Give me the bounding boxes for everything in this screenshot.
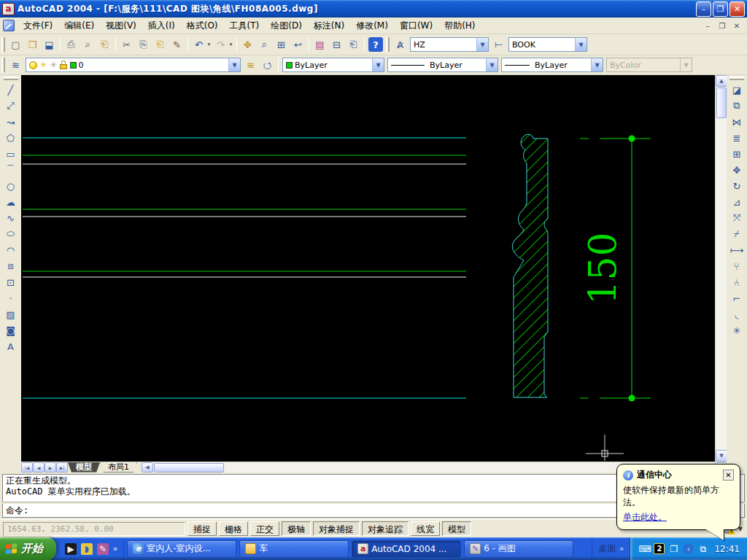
chevron-down-icon[interactable]: ▼ xyxy=(575,38,587,51)
status-toggle-对象捕捉[interactable]: 对象捕捉 xyxy=(313,521,360,536)
toolbar-grip[interactable] xyxy=(1,37,5,52)
revision-cloud-icon[interactable]: ☁ xyxy=(3,194,19,210)
region-icon[interactable]: ◙ xyxy=(3,322,19,338)
tab-模型[interactable]: 模型 xyxy=(68,462,100,472)
copy-clip-icon[interactable]: ⎘ xyxy=(135,36,152,53)
media-player-icon[interactable]: ▶ xyxy=(65,543,77,555)
language-bar-icon[interactable]: ‹ xyxy=(683,543,694,554)
toolbar-grip[interactable] xyxy=(386,37,390,52)
toolbar-grip[interactable] xyxy=(1,58,5,72)
status-toggle-模型[interactable]: 模型 xyxy=(442,521,471,536)
copy-object-icon[interactable]: ⧉ xyxy=(729,98,745,114)
network-icon[interactable]: ⧉ xyxy=(697,543,708,554)
rotate-icon[interactable]: ↻ xyxy=(729,178,745,194)
make-block-icon[interactable]: ⊡ xyxy=(3,274,19,290)
match-properties-icon[interactable]: ✎ xyxy=(169,36,185,53)
paste-icon[interactable]: ⎗ xyxy=(152,36,169,53)
desktop-toolbar[interactable]: 桌面 » xyxy=(592,540,630,559)
break-icon[interactable]: ⑃ xyxy=(729,274,745,290)
dim-style-icon[interactable]: ⟝ xyxy=(490,36,507,53)
layer-previous-icon[interactable]: ⭯ xyxy=(259,57,276,74)
trim-icon[interactable]: ⌿ xyxy=(729,226,745,242)
designcenter-icon[interactable]: ⊟ xyxy=(328,36,345,53)
menu-格式[interactable]: 格式(O) xyxy=(181,18,224,34)
taskbar-button-folder[interactable]: 车 xyxy=(239,540,349,558)
explode-icon[interactable]: ✳ xyxy=(729,322,745,338)
mtext-icon[interactable]: A xyxy=(3,338,19,354)
plot-preview-icon[interactable]: ⌕ xyxy=(80,36,96,53)
close-button[interactable]: ✕ xyxy=(729,1,745,17)
chevron-down-icon[interactable]: ▼ xyxy=(228,58,240,71)
mdi-restore-icon[interactable]: ❐ xyxy=(716,20,728,31)
toolbar-grip[interactable] xyxy=(4,77,18,80)
status-toggle-线宽[interactable]: 线宽 xyxy=(411,521,440,536)
plot-icon[interactable]: ⎙ xyxy=(63,36,80,53)
layer-manager-icon[interactable]: ≋ xyxy=(7,57,24,74)
chevron-icon[interactable]: » xyxy=(619,545,624,553)
insert-block-icon[interactable]: ⧈ xyxy=(3,258,19,274)
polyline-icon[interactable]: ↝ xyxy=(3,114,19,130)
erase-icon[interactable]: ◪ xyxy=(729,82,745,98)
chevron-down-icon[interactable]: ▼ xyxy=(372,58,384,71)
menu-工具[interactable]: 工具(T) xyxy=(224,18,266,34)
spline-icon[interactable]: ∿ xyxy=(3,210,19,226)
linetype-combo[interactable]: ByLayer ▼ xyxy=(387,58,498,72)
scroll-up-icon[interactable]: ▲ xyxy=(716,75,727,87)
tab-布局1[interactable]: 布局1 xyxy=(100,462,137,472)
offset-icon[interactable]: ≣ xyxy=(729,130,745,146)
menu-插入[interactable]: 插入(I) xyxy=(142,18,181,34)
taskbar-button-paint[interactable]: ✎6 - 画图 xyxy=(464,540,573,558)
menu-窗口[interactable]: 窗口(W) xyxy=(394,18,438,34)
text-style-icon[interactable]: A̷ xyxy=(392,36,409,53)
chevron-icon[interactable]: » xyxy=(113,545,117,553)
vertical-scrollbar[interactable]: ▲ ▼ xyxy=(715,75,727,462)
pan-realtime-icon[interactable]: ✥ xyxy=(239,36,256,53)
coordinate-readout[interactable]: 1654.63, 2362.58, 0.00 xyxy=(3,522,185,536)
lineweight-combo[interactable]: ByLayer ▼ xyxy=(501,58,603,72)
zoom-window-icon[interactable]: ⊞ xyxy=(273,36,290,53)
hatch-icon[interactable]: ▨ xyxy=(3,306,19,322)
fillet-icon[interactable]: ◟ xyxy=(729,306,745,322)
dim-style-combo[interactable]: BOOK ▼ xyxy=(508,37,587,52)
construction-line-icon[interactable]: ⤢ xyxy=(3,98,19,114)
menu-视图[interactable]: 视图(V) xyxy=(100,18,142,34)
scroll-down-icon[interactable]: ▼ xyxy=(716,450,727,462)
arc-icon[interactable]: ⌒ xyxy=(3,162,19,178)
layer-on-icon[interactable] xyxy=(29,61,37,69)
new-icon[interactable]: ▢ xyxy=(7,36,24,53)
show-desktop-icon[interactable]: ◗ xyxy=(81,543,93,555)
restore-button[interactable]: ❐ xyxy=(713,1,728,17)
layer-thaw-icon[interactable]: ☀ xyxy=(39,61,47,69)
scroll-left-icon[interactable]: ◀ xyxy=(142,462,153,472)
input-method-icon[interactable]: 2 xyxy=(654,543,665,554)
clock[interactable]: 12:41 xyxy=(714,544,740,554)
stretch-icon[interactable]: ⤧ xyxy=(729,210,745,226)
status-toggle-极轴[interactable]: 极轴 xyxy=(282,521,311,536)
zoom-previous-icon[interactable]: ↩ xyxy=(290,36,306,53)
open-icon[interactable]: ❒ xyxy=(24,36,41,53)
chevron-down-icon[interactable]: ▼ xyxy=(476,38,488,51)
point-icon[interactable]: · xyxy=(3,290,19,306)
chevron-down-icon[interactable]: ▼ xyxy=(486,58,498,71)
start-button[interactable]: 开始 xyxy=(0,537,56,560)
layer-states-icon[interactable]: ≋ xyxy=(242,57,259,74)
properties-palette-icon[interactable]: ▤ xyxy=(311,36,328,53)
balloon-link[interactable]: 单击此处。 xyxy=(623,511,667,524)
balloon-close-icon[interactable]: ✕ xyxy=(723,470,734,481)
layer-combo[interactable]: ☀ ☀ 0 ▼ xyxy=(26,58,241,72)
taskbar-button-ie[interactable]: e室内人-室内设... xyxy=(127,540,236,558)
mdi-close-icon[interactable]: ✕ xyxy=(731,20,743,31)
menu-标注[interactable]: 标注(N) xyxy=(308,18,350,34)
tab-first-icon[interactable]: |◀ xyxy=(21,462,33,472)
save-icon[interactable]: ⬓ xyxy=(41,36,58,53)
cut-icon[interactable]: ✂ xyxy=(118,36,135,53)
mdi-minimize-icon[interactable]: – xyxy=(702,20,713,31)
taskbar-button-acad[interactable]: aAutoCAD 2004 ... xyxy=(352,540,461,558)
zoom-realtime-icon[interactable]: ⌕ xyxy=(256,36,273,53)
undo-icon[interactable]: ↶ xyxy=(190,36,207,53)
break-at-point-icon[interactable]: ⑂ xyxy=(729,258,745,274)
vertical-scroll-thumb[interactable] xyxy=(716,88,727,118)
tool-palettes-icon[interactable]: ⎗ xyxy=(345,36,362,53)
ellipse-arc-icon[interactable]: ◠ xyxy=(3,242,19,258)
menu-文件[interactable]: 文件(F) xyxy=(18,18,58,34)
